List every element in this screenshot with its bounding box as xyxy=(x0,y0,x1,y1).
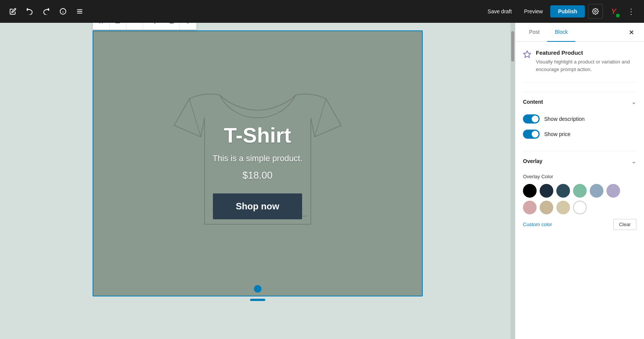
color-swatch-white[interactable] xyxy=(573,201,587,214)
tshirt-container: T-Shirt This is a simple product. $18.00… xyxy=(93,31,422,296)
tab-post[interactable]: Post xyxy=(521,23,547,42)
canvas-wrapper: Replace ⋮ xyxy=(93,30,423,296)
settings-gear-button[interactable] xyxy=(588,4,603,19)
show-price-toggle[interactable] xyxy=(523,130,540,139)
replace-label: Replace xyxy=(148,23,167,24)
redo-button[interactable] xyxy=(39,5,53,18)
block-toolbar: Replace ⋮ xyxy=(93,23,197,30)
toolbar-align-center-button[interactable] xyxy=(126,23,143,29)
info-button[interactable] xyxy=(56,5,70,18)
bottom-scroll-row xyxy=(250,296,265,303)
color-swatches-row1 xyxy=(523,184,636,198)
content-chevron-icon: ⌃ xyxy=(631,98,636,105)
block-info: Featured Product Visually highlight a pr… xyxy=(523,49,636,82)
tab-block[interactable]: Block xyxy=(547,23,575,42)
toolbar-align-left-button[interactable] xyxy=(110,23,126,29)
undo-button[interactable] xyxy=(23,5,36,18)
publish-button[interactable]: Publish xyxy=(550,5,585,17)
color-swatch-rose[interactable] xyxy=(523,201,537,214)
block-description: Visually highlight a product or variatio… xyxy=(536,58,636,73)
sidebar-close-button[interactable] xyxy=(625,23,638,41)
product-content: T-Shirt This is a simple product. $18.00… xyxy=(213,123,302,219)
svg-marker-7 xyxy=(98,23,103,23)
product-description: This is a simple product. xyxy=(213,154,302,163)
yoast-status-dot xyxy=(616,14,620,17)
clear-button[interactable]: Clear xyxy=(613,219,636,230)
color-swatch-cream[interactable] xyxy=(556,201,570,214)
overlay-color-label: Overlay Color xyxy=(523,174,636,179)
topbar: Save draft Preview Publish Y ⋮ xyxy=(0,0,644,23)
scrollbar-thumb[interactable] xyxy=(511,31,514,62)
custom-color-button[interactable]: Custom color xyxy=(523,222,552,227)
show-description-label: Show description xyxy=(544,116,585,122)
sidebar-tabs: Post Block xyxy=(515,23,644,42)
svg-marker-18 xyxy=(524,51,531,57)
preview-button[interactable]: Preview xyxy=(520,5,548,17)
drag-resize-handle[interactable] xyxy=(254,285,261,293)
topbar-left xyxy=(6,5,87,18)
featured-product-block: T-Shirt This is a simple product. $18.00… xyxy=(93,30,423,296)
block-name: Featured Product xyxy=(536,49,636,56)
edit-icon-button[interactable] xyxy=(6,5,20,18)
overlay-section: Overlay ⌃ Overlay Color Custom color Cle… xyxy=(523,151,636,236)
color-swatch-dark-navy[interactable] xyxy=(540,184,553,198)
save-draft-button[interactable]: Save draft xyxy=(483,5,516,17)
canvas-area: Replace ⋮ xyxy=(0,23,515,339)
color-swatch-steel-blue[interactable] xyxy=(590,184,603,198)
featured-product-icon xyxy=(523,50,531,61)
color-swatches-row2 xyxy=(523,201,636,214)
svg-rect-10 xyxy=(115,23,120,23)
overlay-actions: Custom color Clear xyxy=(523,219,636,230)
show-description-toggle[interactable] xyxy=(523,114,540,124)
toolbar-star-button[interactable] xyxy=(93,23,110,29)
color-swatch-tan[interactable] xyxy=(540,201,553,214)
product-title: T-Shirt xyxy=(224,123,291,147)
content-section-title: Content xyxy=(523,99,543,105)
yoast-button[interactable]: Y xyxy=(606,4,621,19)
sidebar: Post Block Featured Product Visu xyxy=(515,23,644,339)
sidebar-content: Featured Product Visually highlight a pr… xyxy=(515,42,644,339)
content-section-body: Show description Show price xyxy=(523,111,636,151)
overlay-section-header[interactable]: Overlay ⌃ xyxy=(523,151,636,171)
toolbar-more-button[interactable]: ⋮ xyxy=(180,23,196,29)
content-section-header[interactable]: Content ⌃ xyxy=(523,92,636,111)
topbar-right: Save draft Preview Publish Y ⋮ xyxy=(483,4,638,19)
show-description-row: Show description xyxy=(523,114,636,124)
list-view-button[interactable] xyxy=(73,5,87,18)
show-price-row: Show price xyxy=(523,130,636,139)
toolbar-replace-button[interactable]: Replace xyxy=(143,23,180,29)
overlay-section-title: Overlay xyxy=(523,158,542,164)
color-swatch-lavender[interactable] xyxy=(606,184,620,198)
product-price: $18.00 xyxy=(242,170,273,181)
color-swatch-black[interactable] xyxy=(523,184,537,198)
canvas-scrollbar[interactable] xyxy=(510,23,515,339)
show-price-label: Show price xyxy=(544,131,570,137)
content-section: Content ⌃ Show description Show price xyxy=(523,92,636,151)
color-swatch-slate[interactable] xyxy=(556,184,570,198)
svg-point-6 xyxy=(595,11,597,13)
overlay-section-body: Overlay Color Custom color Clear xyxy=(523,171,636,236)
block-info-text: Featured Product Visually highlight a pr… xyxy=(536,49,636,73)
main-layout: Replace ⋮ xyxy=(0,23,644,339)
bottom-scroll-indicator[interactable] xyxy=(250,299,265,301)
more-options-button[interactable]: ⋮ xyxy=(624,5,638,18)
shop-now-button[interactable]: Shop now xyxy=(213,193,302,219)
color-swatch-mint[interactable] xyxy=(573,184,587,198)
overlay-chevron-icon: ⌃ xyxy=(631,157,636,165)
